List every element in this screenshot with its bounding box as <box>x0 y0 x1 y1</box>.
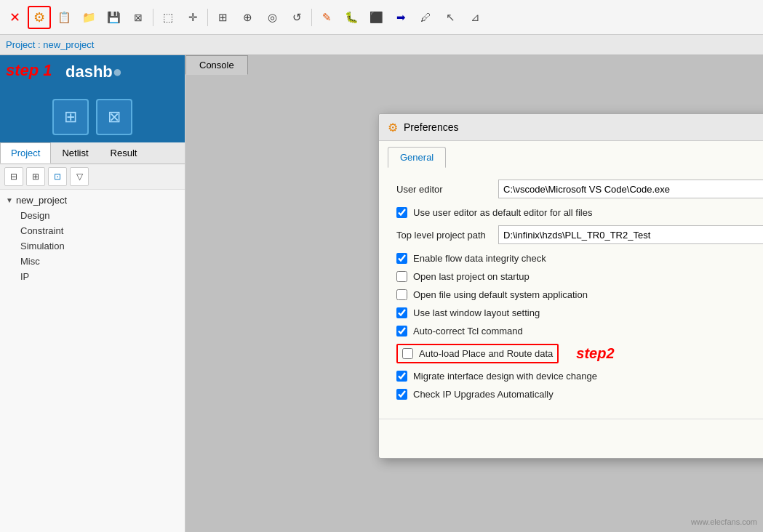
sep3 <box>311 9 312 26</box>
content-area: step 1 dashb● ⊞ ⊠ Project Netlist Result… <box>0 55 763 532</box>
user-editor-label: User editor <box>396 184 491 195</box>
project-title: Project : new_project <box>6 39 94 50</box>
tree-root-item[interactable]: ▼ new_project <box>0 193 185 208</box>
frame-btn[interactable]: ⬚ <box>156 6 180 29</box>
dashboard-title: dashb● <box>65 63 122 81</box>
dash-icon-2[interactable]: ⊠ <box>96 99 132 135</box>
checkbox-window-layout[interactable] <box>396 307 407 318</box>
top-level-row: Top level project path <box>396 225 763 244</box>
arrow-btn[interactable]: ➡ <box>389 6 412 29</box>
close2-btn[interactable]: ⊠ <box>127 6 150 29</box>
checkbox-label-autoload-route: Auto-load Place and Route data <box>419 348 553 359</box>
tree-item-ip[interactable]: IP <box>0 269 185 284</box>
gear-btn[interactable]: ⚙ <box>28 6 51 29</box>
project-toolbar: ⊟ ⊞ ⊡ ▽ <box>0 164 185 190</box>
dashboard-area: step 1 dashb● ⊞ ⊠ <box>0 55 185 142</box>
checkbox-row-9: Check IP Upgrades Automatically <box>396 389 763 400</box>
gear-icon: ⚙ <box>388 121 398 134</box>
tab-project[interactable]: Project <box>0 142 51 164</box>
proj-expand-btn[interactable]: ⊞ <box>26 167 45 186</box>
checkbox-row-1: Use user editor as default editor for al… <box>396 207 763 218</box>
checkbox-row-5: Use last window layout setting <box>396 307 763 318</box>
checkbox-migrate-interface[interactable] <box>396 371 407 382</box>
checkbox-tcl-autocorrect[interactable] <box>396 326 407 336</box>
step2-label: step2 <box>576 345 614 362</box>
checkbox-open-last[interactable] <box>396 271 407 282</box>
checkbox-row-3: Open last project on startup <box>396 271 763 282</box>
save-btn[interactable]: 💾 <box>102 6 125 29</box>
preferences-dialog: ⚙ Preferences ✕ General User editor <box>378 113 763 459</box>
grid-btn[interactable]: ⊞ <box>211 6 234 29</box>
pin-btn[interactable]: ⊿ <box>463 6 487 29</box>
chip-btn[interactable]: ⬛ <box>364 6 388 29</box>
checkbox-label-open-last: Open last project on startup <box>413 271 530 282</box>
checkbox-label-window-layout: Use last window layout setting <box>413 307 540 318</box>
open-btn[interactable]: 📁 <box>77 6 100 29</box>
close-circle-btn[interactable]: ✕ <box>3 6 26 29</box>
autoload-highlighted-container: Auto-load Place and Route data <box>396 344 559 363</box>
tree-item-design[interactable]: Design <box>0 208 185 223</box>
dialog-title: Preferences <box>404 121 763 133</box>
right-panel: Console ⚙ Preferences ✕ General <box>185 55 763 532</box>
cursor-btn[interactable]: ↖ <box>439 6 462 29</box>
connect-btn[interactable]: ⊕ <box>236 6 259 29</box>
sep1 <box>153 9 153 26</box>
project-tree: ▼ new_project Design Constraint Simulati… <box>0 190 185 532</box>
tree-item-constraint[interactable]: Constraint <box>0 223 185 238</box>
marker-btn[interactable]: 🖊 <box>414 6 437 29</box>
tab-netlist[interactable]: Netlist <box>51 142 99 164</box>
checkbox-flow-integrity[interactable] <box>396 253 407 264</box>
user-editor-row: User editor <box>396 180 763 198</box>
dash-icon-1[interactable]: ⊞ <box>52 99 89 135</box>
checkbox-label-flow-integrity: Enable flow data integrity check <box>413 253 546 264</box>
tree-item-misc[interactable]: Misc <box>0 254 185 269</box>
checkbox-use-editor[interactable] <box>396 207 407 218</box>
dialog-tabs: General <box>379 141 763 168</box>
top-level-input[interactable] <box>498 225 763 244</box>
sep2 <box>207 9 208 26</box>
checkbox-row-4: Open file using default system applicati… <box>396 289 763 300</box>
user-editor-input[interactable] <box>498 180 763 198</box>
zoom-btn[interactable]: ◎ <box>260 6 284 29</box>
step1-label: step 1 <box>6 61 52 80</box>
app-window: ✕ ⚙ 📋 📁 💾 ⊠ ⬚ ✛ ⊞ ⊕ ◎ ↺ ✎ 🐛 ⬛ ➡ 🖊 ↖ ⊿ Pr… <box>0 0 763 532</box>
checkbox-label-migrate-interface: Migrate interface design with device cha… <box>413 371 597 382</box>
left-panel: step 1 dashb● ⊞ ⊠ Project Netlist Result… <box>0 55 185 532</box>
dialog-footer: OK Cancel <box>379 419 763 458</box>
proj-filter-btn[interactable]: ▽ <box>70 167 89 186</box>
proj-collapse-btn[interactable]: ⊟ <box>4 167 23 186</box>
checkbox-row-6: Auto-correct Tcl command <box>396 326 763 336</box>
checkbox-label-tcl-autocorrect: Auto-correct Tcl command <box>413 326 523 336</box>
checkbox-row-8: Migrate interface design with device cha… <box>396 371 763 382</box>
tree-arrow: ▼ <box>6 196 13 204</box>
tab-general[interactable]: General <box>388 147 446 168</box>
tree-item-simulation[interactable]: Simulation <box>0 238 185 254</box>
dialog-content: User editor Use user editor as default e… <box>379 168 763 419</box>
project-bar: Project : new_project <box>0 35 763 55</box>
rotate-btn[interactable]: ↺ <box>285 6 308 29</box>
watermark: www.elecfans.com <box>691 517 757 526</box>
checkbox-label-open-file-default: Open file using default system applicati… <box>413 289 588 300</box>
checkbox-label-use-editor: Use user editor as default editor for al… <box>413 207 592 218</box>
bug-btn[interactable]: 🐛 <box>340 6 363 29</box>
dashboard-icons: ⊞ ⊠ <box>7 99 177 135</box>
checkbox-label-check-ip-upgrades: Check IP Upgrades Automatically <box>413 389 554 400</box>
tree-root-label: new_project <box>16 195 67 206</box>
move-btn[interactable]: ✛ <box>181 6 204 29</box>
checkbox-check-ip-upgrades[interactable] <box>396 389 407 400</box>
left-tabs: Project Netlist Result <box>0 142 185 164</box>
checkbox-open-file-default[interactable] <box>396 289 407 300</box>
tab-result[interactable]: Result <box>100 142 148 164</box>
checkbox-row-2: Enable flow data integrity check <box>396 253 763 264</box>
new-file-btn[interactable]: 📋 <box>52 6 76 29</box>
pencil-btn[interactable]: ✎ <box>315 6 338 29</box>
dialog-titlebar: ⚙ Preferences ✕ <box>379 114 763 141</box>
checkbox-row-7: Auto-load Place and Route data step2 <box>396 344 763 363</box>
checkbox-autoload-route[interactable] <box>402 348 413 359</box>
top-level-label: Top level project path <box>396 230 491 241</box>
proj-settings-btn[interactable]: ⊡ <box>48 167 67 186</box>
toolbar: ✕ ⚙ 📋 📁 💾 ⊠ ⬚ ✛ ⊞ ⊕ ◎ ↺ ✎ 🐛 ⬛ ➡ 🖊 ↖ ⊿ <box>0 0 763 35</box>
